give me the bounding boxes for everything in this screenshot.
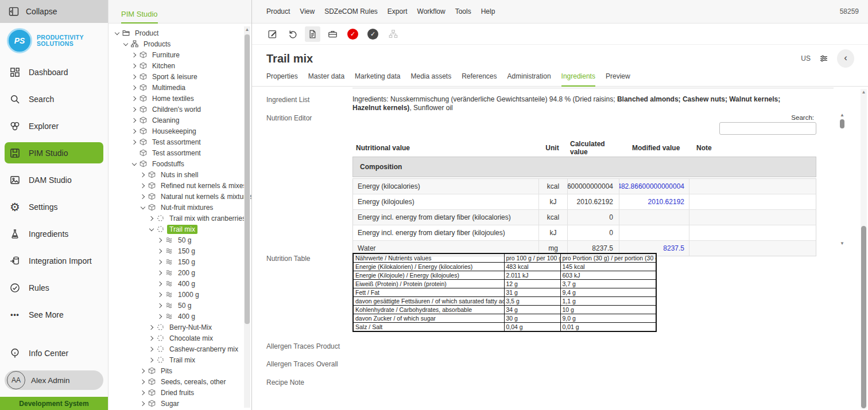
tab-ingredients[interactable]: Ingredients (561, 72, 595, 87)
scroll-up-icon[interactable]: ▲ (839, 112, 846, 118)
briefcase-button[interactable] (325, 26, 340, 42)
menu-workflow[interactable]: Workflow (417, 7, 445, 15)
tree-node-400-g[interactable]: 400 g (108, 311, 251, 322)
tree-node-multimedia[interactable]: Multimedia (108, 82, 251, 93)
hierarchy-button[interactable] (385, 26, 401, 42)
tree-node-kitchen[interactable]: Kitchen (108, 60, 251, 71)
chevron-right-icon[interactable] (156, 293, 164, 296)
tree-node-cleaning[interactable]: Cleaning (108, 115, 251, 126)
menu-sdzecom-rules[interactable]: SDZeCOM Rules (324, 7, 378, 15)
menu-product[interactable]: Product (266, 7, 290, 15)
menu-help[interactable]: Help (481, 7, 495, 15)
nutrient-note[interactable] (689, 179, 816, 194)
tree-node-50-g[interactable]: 50 g (108, 235, 251, 245)
tree-node-trail-mix-with-cranberries[interactable]: Trail mix with cranberries (108, 213, 251, 224)
chevron-right-icon[interactable] (148, 326, 156, 329)
menu-view[interactable]: View (300, 7, 315, 15)
chevron-down-icon[interactable] (113, 32, 121, 34)
page-scrollbar[interactable]: ▲ (861, 89, 867, 409)
tree-node-cashew-cranberry-mix[interactable]: Cashew-cranberry mix (108, 343, 251, 354)
tree-node-50-g[interactable]: 50 g (108, 300, 251, 311)
nutrient-modified-value[interactable]: 2010.62192 (619, 194, 689, 209)
tab-administration[interactable]: Administration (507, 72, 551, 86)
user-menu[interactable]: AA Alex Admin (5, 370, 103, 390)
undo-button[interactable] (285, 26, 300, 42)
chevron-right-icon[interactable] (139, 402, 147, 405)
chevron-right-icon[interactable] (139, 391, 147, 395)
tree-node-home-textiles[interactable]: Home textiles (108, 93, 251, 104)
chevron-right-icon[interactable] (130, 108, 138, 111)
tree-node-pits[interactable]: Pits (108, 365, 251, 376)
tree-scrollbar-thumb[interactable] (245, 34, 250, 324)
chevron-down-icon[interactable] (130, 163, 138, 165)
collapse-button[interactable]: Collapse (0, 0, 108, 23)
tree-node-150-g[interactable]: 150 g (108, 245, 251, 256)
tab-references[interactable]: References (462, 72, 497, 86)
editor-scrollbar[interactable]: ▲ ▼ (839, 112, 846, 245)
menu-export[interactable]: Export (388, 7, 408, 15)
tab-media-assets[interactable]: Media assets (410, 72, 451, 86)
sidebar-item-search[interactable]: Search (0, 85, 108, 112)
tree-node-seeds-cereals-other[interactable]: Seeds, cereals, other (108, 376, 251, 387)
document-button[interactable] (305, 26, 320, 42)
chevron-right-icon[interactable] (156, 304, 164, 307)
tree-node-nut-fruit-mixtures[interactable]: Nut-fruit mixtures (108, 202, 251, 213)
chevron-right-icon[interactable] (139, 380, 147, 384)
tree-node-sport-leisure[interactable]: Sport & leisure (108, 71, 251, 82)
chevron-right-icon[interactable] (139, 173, 147, 177)
composition-group-row[interactable]: Composition (352, 157, 816, 177)
edit-button[interactable] (265, 26, 280, 42)
tree-node-200-g[interactable]: 200 g (108, 267, 251, 278)
approve-dark-button[interactable]: ✓ (365, 26, 381, 42)
tree-node-products[interactable]: Products (108, 38, 251, 49)
chevron-right-icon[interactable] (148, 358, 156, 362)
nutrient-modified-value[interactable] (619, 225, 689, 240)
tab-preview[interactable]: Preview (606, 72, 630, 86)
tree-node-refined-nut-kernels-mixes[interactable]: Refined nut kernels & mixes (108, 180, 251, 191)
chevron-right-icon[interactable] (139, 184, 147, 188)
chevron-down-icon[interactable] (122, 43, 130, 45)
chevron-right-icon[interactable] (130, 140, 138, 144)
search-input[interactable] (719, 122, 816, 135)
chevron-right-icon[interactable] (130, 64, 138, 68)
tree-node-berry-nut-mix[interactable]: Berry-Nut-Mix (108, 322, 251, 333)
chevron-right-icon[interactable] (139, 369, 147, 373)
tab-pim-studio[interactable]: PIM Studio (121, 10, 158, 24)
nutrient-note[interactable] (689, 194, 816, 209)
chevron-right-icon[interactable] (130, 119, 138, 122)
tree-node-400-g[interactable]: 400 g (108, 278, 251, 289)
chevron-right-icon[interactable] (139, 195, 147, 198)
sliders-icon[interactable] (819, 53, 829, 64)
sidebar-item-rules[interactable]: Rules (0, 274, 108, 301)
chevron-right-icon[interactable] (148, 347, 156, 351)
approve-red-button[interactable]: ✓ (345, 26, 361, 42)
sidebar-item-integration-import[interactable]: Integration Import (0, 247, 108, 274)
tab-properties[interactable]: Properties (266, 72, 298, 86)
sidebar-item-ingredients[interactable]: Ingredients (0, 220, 108, 247)
tree-node-test-assortment[interactable]: Test assortment (108, 136, 251, 147)
tree-node-test-assortment[interactable]: Test assortment (108, 147, 251, 158)
chevron-right-icon[interactable] (148, 217, 156, 220)
menu-tools[interactable]: Tools (455, 7, 471, 15)
nutrient-note[interactable] (689, 225, 816, 240)
chevron-right-icon[interactable] (156, 239, 164, 242)
tree-scrollbar[interactable]: ▲ (244, 26, 250, 408)
tree-node-sugar[interactable]: Sugar (108, 398, 251, 409)
tree-node-150-g[interactable]: 150 g (108, 256, 251, 267)
tree-node-nuts-in-shell[interactable]: Nuts in shell (108, 169, 251, 180)
chevron-right-icon[interactable] (156, 260, 164, 264)
chevron-right-icon[interactable] (130, 97, 138, 100)
chevron-right-icon[interactable] (130, 86, 138, 89)
chevron-down-icon[interactable] (148, 228, 156, 231)
chevron-right-icon[interactable] (156, 249, 164, 253)
tree-node-dried-fruits[interactable]: Dried fruits (108, 387, 251, 398)
tree-node-trail-mix[interactable]: Trail mix (108, 224, 251, 235)
nutrient-modified-value[interactable] (619, 210, 689, 225)
sidebar-item-dashboard[interactable]: Dashboard (0, 58, 108, 85)
locale-selector[interactable]: US (801, 54, 811, 63)
tree-node-children-s-world[interactable]: Children's world (108, 104, 251, 115)
chevron-right-icon[interactable] (148, 337, 156, 340)
tree-node-foodstuffs[interactable]: Foodstuffs (108, 158, 251, 169)
tree-node-1000-g[interactable]: 1000 g (108, 289, 251, 300)
tree-node-trail-mix[interactable]: Trail mix (108, 354, 251, 365)
